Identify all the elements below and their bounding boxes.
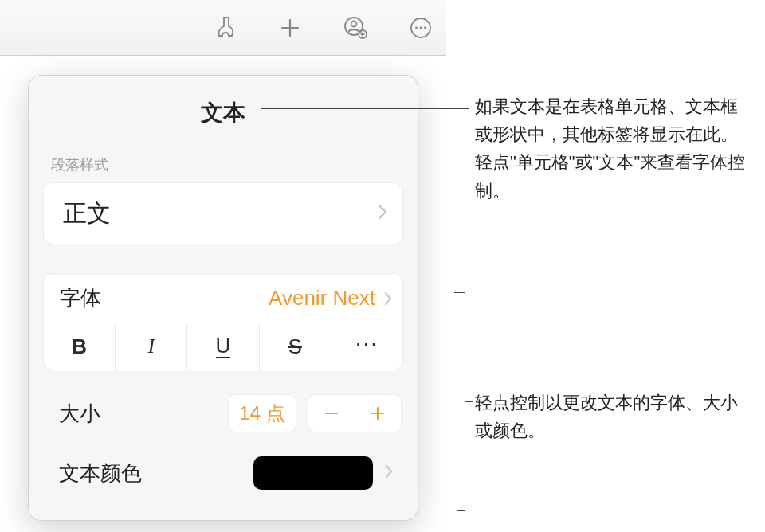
- format-brush-icon[interactable]: [209, 12, 241, 44]
- callout-tick: [454, 292, 458, 293]
- callout-bracket: [457, 292, 465, 511]
- chevron-right-icon: [384, 464, 394, 483]
- underline-button[interactable]: U: [187, 323, 259, 370]
- chevron-right-icon: [377, 202, 388, 225]
- size-value[interactable]: 14 点: [228, 394, 296, 432]
- font-group: 字体 Avenir Next B I U S ··· 大小 14 点: [43, 273, 403, 495]
- more-icon[interactable]: [405, 12, 437, 44]
- paragraph-style-row[interactable]: 正文: [43, 182, 403, 244]
- bold-button[interactable]: B: [44, 323, 116, 370]
- italic-button[interactable]: I: [116, 323, 187, 370]
- size-row: 大小 14 点: [43, 393, 403, 434]
- color-swatch[interactable]: [253, 456, 373, 490]
- popover-arrow: [214, 75, 234, 76]
- chevron-right-icon: [383, 291, 393, 307]
- plus-icon[interactable]: [274, 12, 306, 44]
- paragraph-style-value: 正文: [63, 198, 111, 230]
- callout-leader-line: [465, 401, 473, 402]
- svg-point-10: [424, 26, 426, 29]
- paragraph-style-label: 段落样式: [29, 128, 418, 182]
- popover-title: 文本: [29, 76, 418, 128]
- app-toolbar: [0, 0, 446, 56]
- text-color-row[interactable]: 文本颜色: [43, 452, 403, 495]
- text-style-segmented: B I U S ···: [43, 323, 403, 370]
- more-styles-button[interactable]: ···: [332, 323, 402, 370]
- font-value: Avenir Next: [269, 286, 375, 311]
- callout-text: 如果文本是在表格单元格、文本框或形状中，其他标签将显示在此。轻点"单元格"或"文…: [475, 92, 746, 205]
- text-color-label: 文本颜色: [59, 460, 142, 487]
- decrement-button[interactable]: [308, 405, 355, 422]
- font-row[interactable]: 字体 Avenir Next: [43, 273, 403, 323]
- text-format-popover: 文本 段落样式 正文 字体 Avenir Next B I U: [28, 75, 418, 521]
- size-stepper: [308, 394, 402, 432]
- font-label: 字体: [60, 284, 101, 312]
- svg-point-9: [420, 26, 422, 29]
- callout-leader-line: [261, 108, 469, 109]
- collaborate-icon[interactable]: [339, 12, 371, 44]
- strikethrough-button[interactable]: S: [260, 323, 332, 370]
- size-label: 大小: [59, 400, 100, 428]
- increment-button[interactable]: [355, 405, 402, 422]
- svg-point-3: [351, 21, 357, 26]
- callout-text: 轻点控制以更改文本的字体、大小或颜色。: [475, 389, 746, 444]
- svg-point-8: [415, 26, 418, 29]
